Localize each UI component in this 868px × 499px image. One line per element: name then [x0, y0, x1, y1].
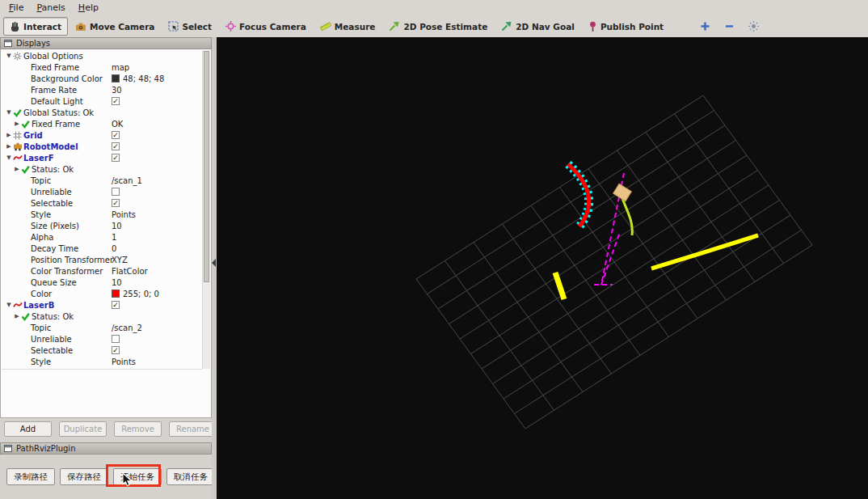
tree-row-position-transformer[interactable]: Position TransformerXYZ [2, 254, 202, 265]
collapse-arrow-icon[interactable]: ▼ [5, 301, 13, 309]
expand-arrow-icon[interactable]: ▶ [13, 312, 21, 320]
tree-row-grid[interactable]: ▶Grid✓ [2, 129, 202, 141]
tree-row-status-ok[interactable]: ▶Status: Ok [2, 163, 202, 175]
tool-focus-camera-button[interactable]: Focus Camera [219, 17, 313, 36]
plugin-button-4[interactable]: 取消任务 [166, 468, 215, 485]
tree-row-global-options[interactable]: ▼Global Options [2, 50, 202, 61]
menu-item-panels[interactable]: Panels [30, 1, 71, 15]
property-value[interactable]: ✓ [112, 299, 120, 311]
add-button[interactable]: Add [4, 421, 52, 437]
tree-row-topic[interactable]: Topic/scan_2 [2, 322, 202, 333]
3d-viewport[interactable] [217, 37, 868, 499]
tree-row-unreliable[interactable]: Unreliable [2, 333, 202, 345]
tree-row-fixed-frame[interactable]: Fixed Framemap [2, 61, 202, 73]
tree-row-decay-time[interactable]: Decay Time0 [2, 243, 202, 254]
tree-row-color[interactable]: Color255; 0; 0 [2, 288, 202, 299]
collapse-arrow-icon[interactable] [212, 259, 216, 267]
checkbox[interactable]: ✓ [112, 131, 120, 139]
collapse-arrow-icon[interactable]: ▼ [5, 154, 13, 162]
property-value[interactable]: ✓ [112, 95, 120, 107]
tool-measure-button[interactable]: Measure [314, 17, 382, 36]
tree-row-laserb[interactable]: ▼LaserB✓ [2, 299, 202, 311]
property-value[interactable]: 0 [112, 243, 116, 254]
checkbox[interactable]: ✓ [112, 154, 120, 162]
property-value[interactable]: XYZ [112, 254, 128, 265]
move-camera-icon [75, 22, 86, 32]
checkbox[interactable]: ✓ [112, 142, 120, 150]
property-value[interactable]: ✓ [112, 141, 120, 152]
remove-tool-button[interactable] [721, 19, 737, 35]
tool-select-button[interactable]: Select [162, 17, 218, 36]
tree-row-selectable[interactable]: Selectable✓ [2, 345, 202, 356]
property-value[interactable]: /scan_1 [112, 175, 142, 186]
property-value[interactable]: ✓ [112, 129, 120, 141]
plugin-panel-header[interactable]: PathRvizPlugin [0, 442, 212, 455]
tree-row-topic[interactable]: Topic/scan_1 [2, 175, 202, 186]
tree-scrollbar[interactable] [202, 50, 210, 369]
property-value[interactable]: /scan_2 [112, 322, 142, 333]
expand-arrow-icon[interactable]: ▶ [5, 142, 13, 150]
property-value[interactable]: map [112, 61, 129, 73]
tree-row-alpha[interactable]: Alpha1 [2, 231, 202, 243]
expand-arrow-icon[interactable]: ▶ [5, 131, 13, 139]
tool-publish-point-button[interactable]: Publish Point [582, 17, 670, 36]
collapse-arrow-icon[interactable]: ▼ [5, 52, 13, 60]
tree-row-robotmodel[interactable]: ▶RobotModel✓ [2, 141, 202, 152]
tree-row-queue-size[interactable]: Queue Size10 [2, 277, 202, 288]
checkbox[interactable]: ✓ [112, 346, 120, 354]
plugin-button-1[interactable]: 录制路径 [6, 468, 55, 485]
property-value[interactable] [112, 186, 120, 197]
property-value[interactable]: 1 [112, 231, 116, 243]
tree-row-style[interactable]: StylePoints [2, 356, 202, 367]
tree-row-status-ok[interactable]: ▶Status: Ok [2, 311, 202, 322]
tool-label: Select [182, 22, 212, 32]
tree-row-size-pixels[interactable]: Size (Pixels)10 [2, 220, 202, 231]
checkbox[interactable]: ✓ [112, 199, 120, 207]
tree-row-style[interactable]: StylePoints [2, 209, 202, 220]
menu-item-help[interactable]: Help [72, 1, 105, 15]
property-value[interactable]: FlatColor [112, 265, 148, 277]
property-value[interactable] [112, 333, 120, 345]
tree-row-selectable[interactable]: Selectable✓ [2, 197, 202, 209]
tool-2d-pose-estimate-button[interactable]: 2D Pose Estimate [382, 17, 494, 36]
collapse-arrow-icon[interactable]: ▼ [5, 108, 13, 116]
expand-arrow-icon[interactable]: ▶ [13, 165, 21, 173]
add-tool-button[interactable] [697, 19, 713, 35]
checkbox[interactable]: ✓ [112, 97, 120, 105]
checkbox[interactable] [112, 188, 120, 196]
color-swatch[interactable] [112, 290, 120, 298]
color-swatch[interactable] [112, 74, 120, 82]
tool-2d-nav-goal-button[interactable]: 2D Nav Goal [495, 17, 581, 36]
property-value[interactable]: OK [112, 118, 123, 129]
plugin-button-2[interactable]: 保存路径 [60, 468, 108, 485]
property-value[interactable]: Points [112, 356, 136, 367]
property-value[interactable]: Points [112, 209, 136, 220]
property-value[interactable]: 30 [112, 84, 122, 95]
tree-row-fixed-frame[interactable]: ▶Fixed FrameOK [2, 118, 202, 129]
tree-row-laserf[interactable]: ▼LaserF✓ [2, 152, 202, 163]
property-value[interactable]: ✓ [112, 197, 120, 209]
property-value[interactable]: 10 [112, 220, 122, 231]
displays-panel-header[interactable]: Displays [0, 37, 212, 49]
tree-row-frame-rate[interactable]: Frame Rate30 [2, 84, 202, 95]
toolbar-options-button[interactable] [745, 19, 761, 35]
tree-scrollbar-thumb[interactable] [204, 51, 209, 282]
checkbox[interactable]: ✓ [112, 301, 120, 309]
menu-item-file[interactable]: File [2, 1, 30, 15]
checkbox[interactable] [112, 335, 120, 343]
tool-interact-button[interactable]: Interact [3, 17, 68, 36]
tree-row-background-color[interactable]: Background Color48; 48; 48 [2, 73, 202, 84]
property-value[interactable]: ✓ [112, 152, 120, 163]
tree-row-default-light[interactable]: Default Light✓ [2, 95, 202, 107]
tree-row-global-status-ok[interactable]: ▼Global Status: Ok [2, 107, 202, 118]
property-value[interactable]: ✓ [112, 345, 120, 356]
expand-arrow-icon[interactable]: ▶ [13, 120, 21, 128]
3d-scene[interactable] [217, 37, 868, 499]
tree-row-unreliable[interactable]: Unreliable [2, 186, 202, 197]
property-label: Selectable [31, 199, 73, 208]
property-value[interactable]: 48; 48; 48 [112, 73, 164, 84]
tool-move-camera-button[interactable]: Move Camera [69, 17, 161, 36]
property-value[interactable]: 10 [112, 277, 122, 288]
tree-row-color-transformer[interactable]: Color TransformerFlatColor [2, 265, 202, 277]
property-value[interactable]: 255; 0; 0 [112, 288, 159, 299]
